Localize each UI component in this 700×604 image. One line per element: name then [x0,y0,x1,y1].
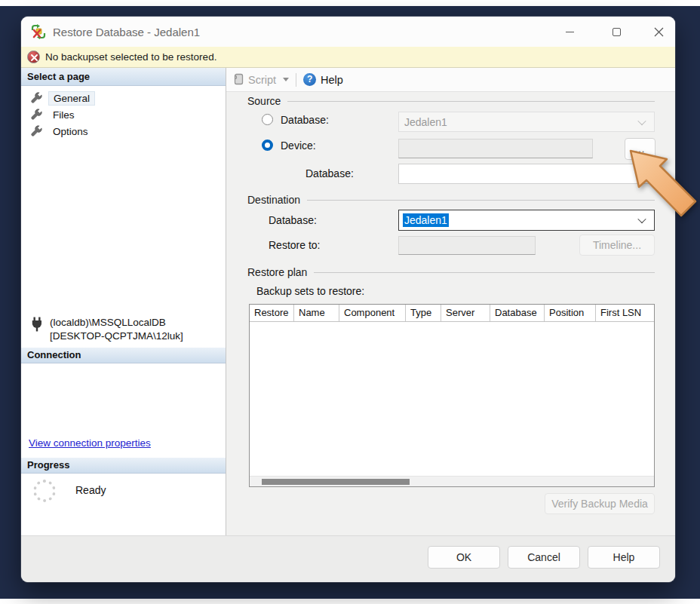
sidebar-item-files[interactable]: Files [21,106,226,123]
connection-user: [DESKTOP-QCPTJMA\12luk] [50,330,220,343]
group-divider [314,272,655,273]
toolbar: Script ? Help [226,68,675,92]
connection-icon [30,317,45,332]
backup-table-header-row: RestoreNameComponentTypeServerDatabasePo… [250,305,654,322]
group-divider [307,200,655,201]
maximize-button[interactable] [599,17,634,47]
column-header[interactable]: Database [490,305,545,321]
chevron-down-icon [637,116,646,124]
group-divider [287,101,655,102]
progress-spinner-icon [33,480,56,502]
wrench-icon [30,109,42,121]
backup-sets-label: Backup sets to restore: [256,285,364,297]
page-content: Script ? Help Source Database: Jedalen1 … [226,68,675,535]
error-icon [27,51,40,63]
source-device-database-combobox[interactable] [398,164,655,184]
pointer-arrow-cursor [619,145,700,220]
destination-group-label: Destination [247,194,300,206]
source-database-value: Jedalen1 [404,116,447,128]
navigation-pane: Select a page General Files Options Conn… [21,68,226,535]
source-device-database-label: Database: [305,167,354,179]
source-database-radio-label: Database: [281,114,329,126]
destination-database-label: Database: [269,214,317,226]
progress-status: Ready [75,484,106,496]
select-a-page-header: Select a page [21,68,226,86]
progress-header: Progress [21,458,226,474]
connection-header: Connection [21,348,226,363]
destination-database-combobox[interactable]: Jedalen1 [398,210,655,231]
restore-to-input [398,236,536,255]
toolbar-separator [296,73,296,87]
source-group-label: Source [247,95,281,107]
title-bar[interactable]: Restore Database - Jedalen1 [21,17,675,47]
restore-database-dialog: Restore Database - Jedalen1 No backupset… [21,17,675,582]
alert-message: No backupset selected to be restored. [45,51,216,63]
script-button: Script [232,73,289,86]
source-database-combobox: Jedalen1 [398,112,655,132]
sidebar-item-label: General [48,91,95,106]
connection-server: (localdb)\MSSQLLocalDB [50,316,220,330]
restore-database-icon [31,24,46,39]
maximize-icon [612,28,621,36]
chevron-down-icon [283,78,289,81]
source-database-radio[interactable] [262,114,273,125]
column-header[interactable]: Position [545,305,596,321]
wrench-icon [30,92,42,104]
alert-bar: No backupset selected to be restored. [21,47,675,68]
column-header[interactable]: First LSN [596,305,654,321]
backup-table-body [250,322,654,476]
connection-info: (localdb)\MSSQLLocalDB [DESKTOP-QCPTJMA\… [50,316,220,343]
wrench-icon [30,125,42,137]
restore-plan-group-label: Restore plan [247,266,307,278]
sidebar-item-label: Options [48,125,93,138]
sidebar-item-label: Files [48,109,79,121]
source-device-radio[interactable] [262,140,273,151]
destination-group: Destination [247,194,655,206]
horizontal-scrollbar[interactable] [250,476,654,486]
column-header[interactable]: Server [441,305,490,321]
minimize-icon [566,32,574,32]
column-header[interactable]: Component [339,305,406,321]
close-icon [654,27,664,37]
destination-database-value: Jedalen1 [403,213,449,227]
restore-to-label: Restore to: [269,239,320,251]
ok-button[interactable]: OK [428,546,500,569]
backup-sets-table: RestoreNameComponentTypeServerDatabasePo… [249,304,655,487]
script-icon [232,73,244,86]
help-toolbar-button[interactable]: Help [321,74,343,86]
column-header[interactable]: Restore [250,305,294,321]
source-device-radio-label: Device: [281,140,316,152]
script-label: Script [248,74,276,86]
verify-backup-media-button: Verify Backup Media [545,493,655,514]
help-icon: ? [303,73,316,86]
sidebar-item-general[interactable]: General [21,90,226,106]
source-group: Source [247,95,655,107]
device-path-input [398,139,593,158]
column-header[interactable]: Name [294,305,339,321]
view-connection-properties-link[interactable]: View connection properties [29,437,151,449]
window-title: Restore Database - Jedalen1 [53,26,200,38]
cancel-button[interactable]: Cancel [508,546,580,569]
timeline-button: Timeline... [579,235,655,256]
scrollbar-thumb[interactable] [262,479,410,485]
sidebar-item-options[interactable]: Options [21,123,226,140]
help-button[interactable]: Help [588,546,660,569]
column-header[interactable]: Type [406,305,441,321]
minimize-button[interactable] [552,17,587,47]
close-button[interactable] [641,17,675,47]
dialog-footer: OK Cancel Help [21,535,675,582]
restore-plan-group: Restore plan [247,266,655,278]
